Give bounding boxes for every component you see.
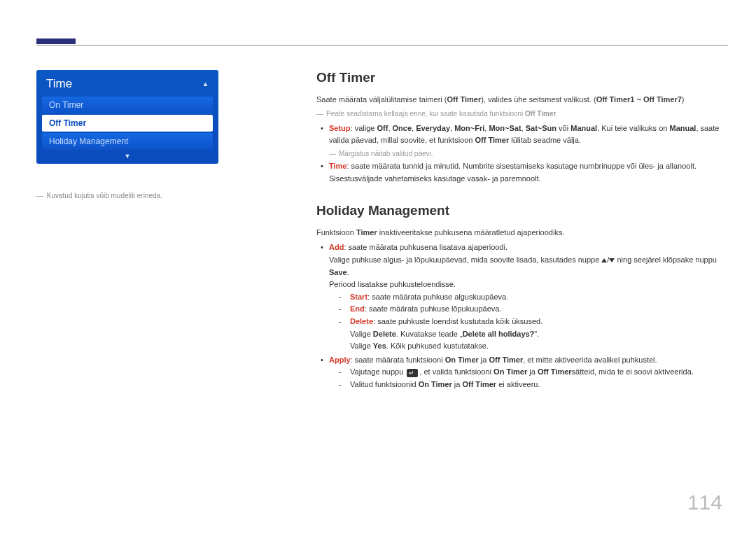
label-setup: Setup bbox=[329, 124, 351, 132]
text: Valige puhkuse algus- ja lõpukuupäevad, … bbox=[329, 255, 601, 264]
label-time: Time bbox=[329, 162, 346, 170]
text: : saate määrata tunnid ja minutid. Numbr… bbox=[329, 162, 696, 183]
text: Vajutage nuppu bbox=[350, 367, 405, 376]
text: ), valides ühe seitsmest valikust. ( bbox=[481, 95, 596, 104]
label-off-timer: Off Timer bbox=[489, 356, 523, 364]
label-delete: Delete bbox=[373, 330, 396, 338]
delete-detail-1: Valige Delete. Kuvatakse teade „Delete a… bbox=[350, 328, 728, 341]
text: või bbox=[556, 124, 570, 132]
label-off-timer: Off Timer bbox=[447, 95, 481, 104]
text: : valige bbox=[351, 124, 377, 132]
text: : saate puhkuste loendist kustutada kõik… bbox=[373, 317, 542, 325]
text: ". bbox=[534, 330, 539, 338]
text: Valige bbox=[350, 342, 373, 350]
label-on-timer: On Timer bbox=[445, 356, 479, 364]
text: ja bbox=[452, 380, 463, 388]
label-off-timer: Off Timer bbox=[475, 136, 510, 144]
dash-icon: - bbox=[339, 316, 342, 328]
offtimer-bullets: Setup: valige Off, Once, Everyday, Mon~F… bbox=[316, 122, 728, 185]
bullet-add: Add: saate määrata puhkusena lisatava aj… bbox=[316, 241, 728, 352]
text: ning seejärel klõpsake nuppu bbox=[615, 255, 717, 264]
label-save: Save bbox=[329, 268, 347, 276]
time-menu-panel: Time ▲ On Timer Off Timer Holiday Manage… bbox=[36, 70, 218, 164]
text: inaktiveeritakse puhkusena määratletud a… bbox=[377, 228, 565, 237]
label-start: Start bbox=[350, 293, 368, 301]
label-yes: Yes bbox=[373, 342, 386, 350]
sub-end: -End: saate määrata puhkuse lõpukuupäeva… bbox=[329, 303, 728, 316]
apply-sub-1: - Vajutage nuppu , et valida funktsiooni… bbox=[329, 366, 728, 379]
text: lülitab seadme välja. bbox=[509, 136, 581, 144]
opt: Sat~Sun bbox=[526, 124, 556, 132]
text: . bbox=[347, 268, 349, 276]
opt: Off bbox=[377, 124, 388, 132]
text: ja bbox=[479, 356, 489, 364]
text: ei aktiveeru. bbox=[496, 380, 540, 388]
opt-manual: Manual bbox=[669, 124, 696, 132]
opt-manual: Manual bbox=[570, 124, 597, 132]
setup-subnote: ― Märgistus näitab valitud päevi. bbox=[329, 148, 728, 160]
menu-item-holiday-management[interactable]: Holiday Management bbox=[42, 133, 213, 150]
label-off-timer: Off Timer bbox=[462, 380, 496, 388]
header-rule bbox=[36, 45, 728, 45]
text: , et valida funktsiooni bbox=[419, 367, 493, 376]
delete-detail-2: Valige Yes. Kõik puhkused kustutatakse. bbox=[350, 340, 728, 353]
menu-item-label: Holiday Management bbox=[49, 136, 128, 146]
up-arrow-icon bbox=[601, 258, 607, 262]
offtimer-heading: Off Timer bbox=[316, 70, 728, 85]
text: . bbox=[556, 110, 558, 118]
text: . Kui teie valikuks on bbox=[597, 124, 669, 132]
label-end: End bbox=[350, 304, 365, 313]
label-delete-all: Delete all holidays? bbox=[463, 330, 535, 338]
text: Valitud funktsioonid bbox=[350, 380, 419, 388]
header-accent-bar bbox=[36, 38, 76, 44]
opt: Once bbox=[393, 124, 412, 132]
dash-icon: - bbox=[339, 366, 342, 379]
menu-item-label: Off Timer bbox=[49, 118, 86, 128]
text: ja bbox=[527, 367, 538, 376]
opt: Mon~Sat bbox=[489, 124, 521, 132]
text: Funktsioon bbox=[316, 228, 356, 237]
holiday-bullets: Add: saate määrata puhkusena lisatava aj… bbox=[316, 241, 728, 391]
menu-scroll-down-icon[interactable]: ▼ bbox=[42, 150, 213, 160]
apply-sub-2: - Valitud funktsioonid On Timer ja Off T… bbox=[329, 379, 728, 391]
offtimer-intro: Saate määrata väljalülitamise taimeri (O… bbox=[316, 94, 728, 106]
text: sätteid, mida te ei soovi aktiveerida. bbox=[572, 367, 694, 376]
menu-scroll-up-icon[interactable]: ▲ bbox=[202, 80, 209, 87]
note-dash-icon: ― bbox=[316, 108, 323, 120]
menu-title-row: Time ▲ bbox=[42, 74, 213, 95]
page-number: 114 bbox=[687, 491, 722, 514]
bullet-time: Time: saate määrata tunnid ja minutid. N… bbox=[316, 160, 728, 185]
menu-item-on-timer[interactable]: On Timer bbox=[42, 97, 213, 113]
text: . Kõik puhkused kustutatakse. bbox=[386, 342, 489, 350]
label-apply: Apply bbox=[329, 356, 351, 364]
enter-button-icon bbox=[407, 369, 418, 377]
image-caption: ― Kuvatud kujutis võib mudeliti erineda. bbox=[36, 192, 218, 199]
label-delete: Delete bbox=[350, 317, 373, 325]
menu-item-label: On Timer bbox=[49, 100, 83, 110]
text: : saate määrata puhkusena lisatava ajape… bbox=[344, 243, 507, 251]
caption-text: Kuvatud kujutis võib mudeliti erineda. bbox=[47, 192, 162, 199]
dash-icon: - bbox=[339, 303, 342, 316]
text: : saate määrata puhkuse alguskuupäeva. bbox=[368, 293, 508, 301]
text: : saate määrata funktsiooni bbox=[351, 356, 445, 364]
dash-icon: - bbox=[339, 291, 342, 304]
label-timer: Timer bbox=[356, 228, 377, 237]
text: Peate seadistama kellaaja enne, kui saat… bbox=[326, 110, 525, 118]
sub-start: -Start: saate määrata puhkuse alguskuupä… bbox=[329, 291, 728, 304]
label-off-timer-range: Off Timer1 ~ Off Timer7 bbox=[596, 95, 682, 104]
content-column: Off Timer Saate määrata väljalülitamise … bbox=[316, 70, 728, 393]
label-on-timer: On Timer bbox=[419, 380, 452, 388]
dash-icon: - bbox=[339, 379, 342, 391]
label-on-timer: On Timer bbox=[493, 367, 527, 376]
left-column: Time ▲ On Timer Off Timer Holiday Manage… bbox=[36, 70, 218, 199]
menu-item-off-timer[interactable]: Off Timer bbox=[42, 115, 213, 132]
text: Valige bbox=[350, 330, 373, 338]
offtimer-clock-note: ― Peate seadistama kellaaja enne, kui sa… bbox=[316, 108, 728, 120]
text: . Kuvatakse teade „ bbox=[396, 330, 463, 338]
text: Märgistus näitab valitud päevi. bbox=[339, 150, 433, 157]
bullet-setup: Setup: valige Off, Once, Everyday, Mon~F… bbox=[316, 122, 728, 160]
holiday-heading: Holiday Management bbox=[316, 203, 728, 218]
opt: Mon~Fri bbox=[454, 124, 484, 132]
label-add: Add bbox=[329, 243, 344, 251]
bullet-apply: Apply: saate määrata funktsiooni On Time… bbox=[316, 354, 728, 391]
